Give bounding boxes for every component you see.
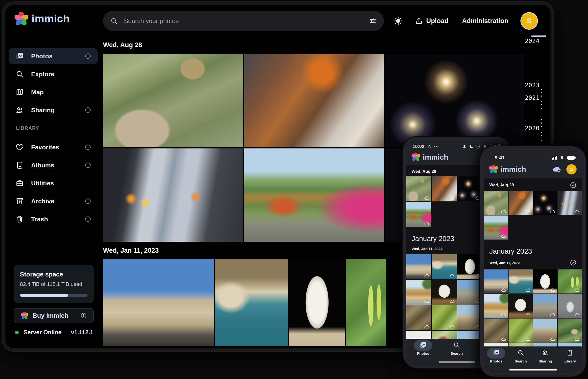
photo-autumn-park-path[interactable] — [406, 202, 431, 227]
photo-dubrovnik-coast[interactable] — [509, 269, 533, 294]
photo-dubrovnik-coast[interactable] — [432, 254, 457, 279]
theme-toggle-button[interactable] — [394, 16, 403, 26]
photo-silver-ornament[interactable] — [558, 294, 582, 318]
photo-dubrovnik-coast[interactable] — [215, 259, 288, 346]
photo-zoo-mandrills[interactable] — [484, 191, 508, 215]
cloud-icon — [501, 210, 506, 214]
photo-park-house[interactable] — [558, 318, 582, 343]
storage-progress — [20, 294, 87, 297]
photo-fortress-wall-cars[interactable] — [484, 269, 508, 294]
nav-tab-sharing[interactable]: Sharing — [534, 349, 556, 363]
sidebar-item-label: Photos — [31, 52, 85, 60]
sidebar-item-map[interactable]: Map — [9, 84, 98, 100]
timeline-year-2021[interactable]: 2021 — [525, 94, 540, 101]
info-icon[interactable] — [80, 312, 87, 319]
wifi-icon — [483, 144, 487, 149]
info-icon[interactable] — [85, 216, 91, 222]
search-input[interactable]: Search your photos — [103, 11, 384, 31]
photo-marble-bust[interactable] — [457, 254, 482, 279]
info-icon[interactable] — [85, 53, 91, 60]
photo-fireworks-night[interactable] — [385, 54, 524, 147]
photo-marble-sculpture[interactable] — [509, 294, 533, 318]
photos-icon — [16, 52, 24, 60]
storage-usage: 82.4 TiB of 115.1 TiB used — [20, 281, 87, 287]
select-all-check-icon[interactable] — [570, 182, 577, 189]
search-icon — [517, 349, 524, 356]
administration-link[interactable]: Administration — [461, 17, 510, 25]
upload-icon — [415, 17, 423, 25]
photo-coastal-cliff-beach[interactable] — [484, 294, 508, 318]
info-icon[interactable] — [85, 107, 91, 113]
photo-autumn-dinner-table[interactable] — [244, 54, 384, 147]
timeline-position-marker[interactable] — [531, 35, 546, 37]
photo-town-church[interactable] — [457, 305, 482, 330]
sidebar-item-utilities[interactable]: Utilities — [9, 175, 98, 191]
photo-marble-sculpture[interactable] — [432, 280, 457, 305]
cloud-icon — [501, 313, 506, 316]
timeline-year-2020[interactable]: 2020 — [525, 125, 540, 132]
user-avatar[interactable]: S — [566, 164, 577, 174]
sidebar-item-explore[interactable]: Explore — [9, 66, 98, 82]
map-icon — [16, 88, 24, 96]
photo-autumn-park-path[interactable] — [484, 216, 508, 239]
timeline-year-2023[interactable]: 2023 — [525, 82, 540, 89]
photo-lizard-on-leaves[interactable] — [432, 305, 457, 330]
photo-lizard-on-ground[interactable] — [484, 318, 508, 343]
sidebar-item-archive[interactable]: Archive — [9, 193, 98, 209]
photo-lizard-on-ground[interactable] — [406, 305, 431, 330]
date-group-header: Wed, Jan 11, 2023 — [484, 256, 582, 269]
nav-tab-search[interactable]: Search — [446, 342, 467, 355]
sidebar-item-trash[interactable]: Trash — [9, 211, 98, 227]
photo-zoo-mandrills[interactable] — [406, 176, 431, 201]
photo-marble-bust[interactable] — [289, 259, 345, 346]
photo-zoo-mandrills[interactable] — [103, 54, 243, 147]
search-icon — [110, 17, 118, 25]
photo-green-sea-grapes[interactable] — [346, 259, 386, 346]
photo-fortress-wall-cars[interactable] — [103, 259, 214, 346]
upload-button[interactable]: Upload — [413, 17, 450, 25]
photo-autumn-dinner-table[interactable] — [509, 191, 533, 215]
photo-marble-bust[interactable] — [533, 269, 557, 294]
photo-coastal-cliff-beach[interactable] — [406, 280, 431, 305]
nav-tab-photos[interactable]: Photos — [412, 342, 434, 355]
photo-autumn-park-path[interactable] — [244, 148, 384, 242]
sidebar-item-photos[interactable]: Photos — [9, 48, 98, 64]
home-indicator[interactable] — [439, 361, 475, 363]
sidebar-item-label: Explore — [31, 70, 98, 78]
immich-flower-icon — [15, 12, 28, 25]
user-avatar[interactable]: S — [521, 12, 538, 30]
photo-couple-holding-hands[interactable] — [558, 191, 582, 215]
sidebar-item-albums[interactable]: Albums — [9, 157, 98, 173]
sidebar-library-heading: LIBRARY — [16, 125, 98, 131]
cloud-icon — [501, 288, 506, 292]
cloud-icon — [525, 337, 531, 341]
photo-green-sea-grapes[interactable] — [558, 269, 582, 294]
top-actions: Upload Administration S — [394, 11, 538, 31]
nav-tab-library[interactable]: Library — [559, 349, 581, 363]
sidebar-item-favorites[interactable]: Favorites — [9, 139, 98, 155]
photo-stone-ruins[interactable] — [457, 280, 482, 305]
nav-tab-search[interactable]: Search — [510, 349, 532, 363]
home-indicator[interactable] — [509, 369, 557, 370]
photo-fortress-wall-cars[interactable] — [406, 254, 431, 279]
photo-stone-ruins[interactable] — [533, 294, 557, 318]
cloud-sync-icon[interactable] — [552, 165, 562, 173]
select-all-check-icon[interactable] — [570, 259, 577, 266]
info-icon[interactable] — [85, 162, 91, 169]
cloud-icon — [424, 325, 429, 329]
timeline-year-2024[interactable]: 2024 — [525, 37, 540, 45]
nav-tab-photos[interactable]: Photos — [485, 349, 507, 363]
cloud-icon — [501, 235, 506, 238]
filter-sliders-icon[interactable] — [369, 17, 377, 25]
sidebar-item-sharing[interactable]: Sharing — [9, 102, 98, 118]
info-icon[interactable] — [85, 198, 91, 205]
nav-tab-label: Search — [515, 359, 527, 363]
photo-lizard-on-leaves[interactable] — [509, 318, 533, 343]
photo-autumn-dinner-table[interactable] — [432, 176, 457, 201]
photo-fireworks-night[interactable] — [533, 191, 557, 215]
photo-fireworks-night[interactable] — [457, 176, 482, 201]
info-icon[interactable] — [85, 144, 91, 151]
buy-immich-button[interactable]: Buy Immich — [14, 308, 94, 323]
photo-town-church[interactable] — [533, 318, 557, 343]
photo-couple-holding-hands[interactable] — [103, 148, 243, 242]
